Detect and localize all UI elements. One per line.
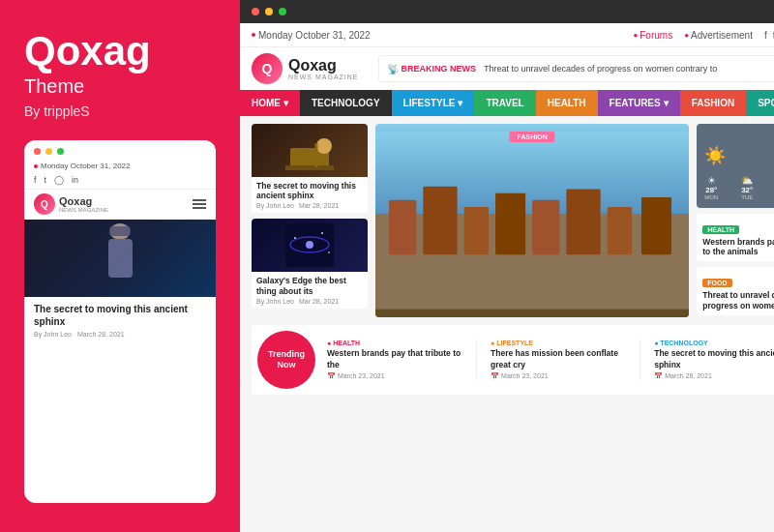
nav-sports-label: SPORTS	[758, 98, 774, 108]
mockup-topbar	[24, 140, 216, 159]
nav-lifestyle[interactable]: LIFESTYLE ▾	[392, 90, 475, 116]
hamburger-line-3	[193, 207, 206, 209]
linkedin-icon: in	[72, 175, 78, 185]
trending-meta-2: 📅 March 23, 2021	[491, 372, 634, 380]
trending-line2: Now	[278, 360, 296, 370]
sphinx-date: Mar 28, 2021	[299, 202, 339, 209]
tue-label: TUE	[741, 194, 753, 200]
mockup-article-meta: By John Leo March 28, 2021	[34, 331, 206, 338]
svg-point-9	[328, 251, 330, 253]
brand-by: By trippleS	[24, 103, 216, 119]
hamburger-line-1	[193, 199, 206, 201]
logo-text-wrap: Qoxag NEWS MAGAZINE	[288, 58, 359, 80]
trending-meta-3: 📅 March 28, 2021	[654, 372, 774, 380]
breaking-news-text: Threat to unravel decades of progress on…	[484, 64, 717, 74]
tue-temp: 32°	[741, 186, 753, 194]
hamburger-button[interactable]	[193, 199, 206, 209]
nav-home-label: HOME	[252, 98, 281, 108]
right-article-1-title: Western brands pay that tribute to the a…	[702, 237, 774, 256]
sphinx-card[interactable]: The secret to moving this ancient sphinx…	[252, 124, 368, 213]
topbar-social: f t ◯ in	[764, 30, 774, 41]
svg-rect-12	[389, 200, 416, 254]
nav-sports[interactable]: SPORTS	[746, 90, 774, 116]
browser-maximize-dot	[279, 8, 286, 15]
mon-label: MON	[704, 194, 718, 200]
sphinx-card-title: The secret to moving this ancient sphinx	[256, 181, 363, 200]
galaxy-card-title: Galaxy's Edge the best thing about its	[256, 276, 363, 295]
sphinx-card-meta: By John Leo Mar 28, 2021	[256, 202, 363, 209]
mockup-logo: Q Qoxag NEWS MAGAZINE	[34, 193, 108, 215]
right-panel-content: DHAKA ☀️ 28° ☀ 28° MON ⛅	[697, 124, 774, 317]
nav-fashion[interactable]: FASHION	[680, 90, 746, 116]
right-article-1[interactable]: HEALTH Western brands pay that tribute t…	[697, 214, 774, 261]
weather-sun-icon: ☀️	[704, 145, 726, 166]
advertisement-link[interactable]: ● Advertisement	[684, 30, 753, 41]
trending-items: ● HEALTH Western brands pay that tribute…	[321, 340, 774, 379]
trending-badge-3: ● TECHNOLOGY	[654, 340, 774, 346]
mockup-dot-yellow	[45, 148, 52, 155]
svg-rect-15	[495, 193, 525, 254]
nav-health[interactable]: HEALTH	[536, 90, 598, 116]
hamburger-line-2	[193, 203, 206, 205]
browser-chrome	[240, 0, 774, 23]
weather-widget: DHAKA ☀️ 28° ☀ 28° MON ⛅	[697, 124, 774, 208]
center-card[interactable]: FASHION Fragran expert Gan this scents r…	[375, 124, 689, 317]
mockup-date: Monday October 31, 2022	[41, 162, 131, 170]
brand-name: Qoxag	[24, 29, 216, 74]
facebook-icon: f	[34, 175, 37, 185]
trending-date-2: March 23, 2021	[501, 372, 549, 379]
antenna-icon: 📡	[387, 64, 399, 74]
topbar-dot	[252, 33, 255, 37]
mockup-article-title: The secret to moving this ancient sphinx	[34, 303, 206, 328]
mobile-mockup: Monday October 31, 2022 f t ◯ in Q Qoxag…	[24, 140, 216, 503]
nav-technology[interactable]: TECHNOLOGY	[300, 90, 392, 116]
topbar-facebook-icon[interactable]: f	[764, 30, 767, 41]
mockup-article-date: March 28, 2021	[77, 331, 125, 338]
mockup-date-row: Monday October 31, 2022	[24, 159, 216, 173]
nav-travel[interactable]: TRAVEL	[474, 90, 535, 116]
trending-meta-1: 📅 March 23, 2021	[327, 372, 470, 380]
nav-home[interactable]: HOME ▾	[240, 90, 300, 116]
site-topbar: Monday October 31, 2022 ● Forums ● Adver…	[240, 23, 774, 47]
svg-point-7	[294, 237, 296, 239]
nav-features[interactable]: FEATURES ▾	[598, 90, 680, 116]
left-panel: Qoxag Theme By trippleS Monday October 3…	[0, 0, 240, 532]
trending-item-2[interactable]: ● LIFESTYLE There has mission been confl…	[485, 340, 640, 379]
mockup-hero-image	[24, 220, 216, 297]
svg-point-8	[321, 232, 323, 234]
mockup-article-info: The secret to moving this ancient sphinx…	[24, 297, 216, 343]
galaxy-date: Mar 28, 2021	[299, 298, 339, 305]
logo-circle-icon: Q	[252, 53, 283, 84]
svg-point-6	[306, 241, 313, 249]
nav-technology-label: TECHNOLOGY	[312, 98, 380, 108]
lifestyle-chevron-icon: ▾	[458, 98, 462, 108]
trending-badge-2: ● LIFESTYLE	[491, 340, 634, 346]
vr-headset	[109, 226, 131, 236]
site-header: Q Qoxag NEWS MAGAZINE 📡 BREAKING NEWS Th…	[240, 47, 774, 90]
nav-health-label: HEALTH	[548, 98, 586, 108]
main-content: The secret to moving this ancient sphinx…	[240, 116, 774, 532]
trending-item-3[interactable]: ● TECHNOLOGY The secret to moving this a…	[648, 340, 774, 379]
galaxy-card-image	[252, 219, 368, 272]
forums-link[interactable]: ● Forums	[633, 30, 672, 41]
svg-rect-17	[566, 190, 600, 255]
right-article-2-title: Threat to unravel decades of progress on…	[702, 290, 774, 310]
center-card-image: FASHION	[375, 124, 689, 317]
sphinx-author: By John Leo	[256, 202, 294, 209]
browser-close-dot	[252, 8, 259, 15]
nav-features-label: FEATURES	[610, 98, 661, 108]
sphinx-card-body: The secret to moving this ancient sphinx…	[252, 177, 368, 213]
weather-main: ☀️ 28°	[704, 140, 774, 171]
svg-rect-16	[532, 200, 559, 254]
galaxy-card[interactable]: Galaxy's Edge the best thing about its B…	[252, 219, 368, 308]
brand-subtitle: Theme	[24, 75, 216, 98]
nav-lifestyle-label: LIFESTYLE	[403, 98, 456, 108]
features-chevron-icon: ▾	[664, 98, 669, 108]
mon-temp: 28°	[704, 186, 718, 194]
trending-title-2: There has mission been conflate great cr…	[491, 348, 634, 369]
right-article-2[interactable]: FOOD Threat to unravel decades of progre…	[697, 267, 774, 314]
site-nav: HOME ▾ TECHNOLOGY LIFESTYLE ▾ TRAVEL HEA…	[240, 90, 774, 116]
trending-badge: Trending Now	[257, 331, 315, 389]
trending-item-1[interactable]: ● HEALTH Western brands pay that tribute…	[321, 340, 477, 379]
topbar-date: Monday October 31, 2022	[258, 30, 371, 41]
